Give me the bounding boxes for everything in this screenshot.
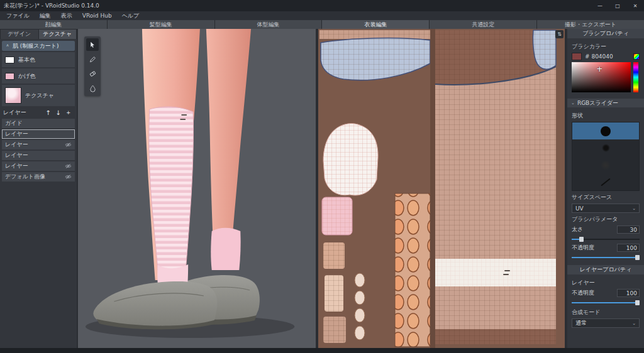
rgb-slider-toggle[interactable]: ⌄ RGBスライダー: [567, 99, 644, 107]
brush-shape-stroke[interactable]: [572, 173, 639, 190]
tab-outfit-edit[interactable]: 衣装編集: [322, 20, 429, 29]
shade-color-swatch[interactable]: [5, 73, 14, 80]
visibility-off-icon[interactable]: [65, 163, 72, 170]
brush-properties-header: ブラシプロパティ: [567, 29, 644, 38]
eyedropper-tool-button[interactable]: [86, 82, 99, 94]
layer-row-selected[interactable]: レイヤー: [2, 129, 75, 139]
collapse-icon: ＾: [5, 43, 10, 50]
layers-header-label: レイヤー: [3, 109, 26, 117]
visibility-off-icon[interactable]: [65, 173, 72, 180]
eraser-icon: [89, 70, 97, 78]
tab-texture[interactable]: テクスチャ: [39, 30, 77, 39]
layer-properties-header: レイヤープロパティ: [567, 265, 644, 274]
layer-row[interactable]: レイヤー: [2, 161, 75, 171]
main-tabbar: 顔編集 髪型編集 体型編集 衣装編集 共通設定 撮影・エクスポート: [0, 20, 644, 29]
tab-common-settings[interactable]: 共通設定: [430, 20, 536, 29]
layer-move-down-button[interactable]: ↓: [54, 109, 62, 116]
size-space-dropdown[interactable]: UV ⌄: [572, 204, 640, 213]
palette-icon[interactable]: [633, 53, 640, 60]
texture-row[interactable]: テクスチャ: [2, 85, 75, 106]
uv-texture-canvas[interactable]: ⇅: [318, 29, 567, 348]
tab-design[interactable]: デザイン: [1, 30, 38, 39]
left-panel: デザイン テクスチャ ＾ 肌 (制服スカート) 基本色 かげ色: [0, 29, 78, 348]
titlebar: 未花(学ラン)* - VRoidStudio 0.14.0 — □ ✕: [0, 0, 644, 11]
chevron-down-icon: ⌄: [571, 100, 575, 106]
tab-body-edit[interactable]: 体型編集: [215, 20, 322, 29]
hue-slider[interactable]: [633, 62, 638, 92]
menu-edit[interactable]: 編集: [35, 11, 56, 20]
eraser-tool-button[interactable]: [86, 67, 99, 80]
hard-circle-icon: [601, 126, 611, 136]
opacity-value-input[interactable]: 100: [617, 244, 640, 252]
tab-hair-edit[interactable]: 髪型編集: [108, 20, 214, 29]
menu-view[interactable]: 表示: [56, 11, 77, 20]
fit-view-button[interactable]: ⇅: [555, 30, 564, 38]
left-panel-body: ＾ 肌 (制服スカート) 基本色 かげ色 テクスチャ レイヤー: [0, 39, 77, 183]
menu-file[interactable]: ファイル: [1, 11, 35, 20]
thickness-value-input[interactable]: 30: [617, 225, 640, 234]
brush-color-row: # 804040: [572, 53, 640, 60]
stroke-line-icon: [601, 178, 610, 186]
layer-label: レイヤー: [5, 151, 28, 160]
layer-label: ガイド: [5, 119, 23, 128]
base-color-row[interactable]: 基本色: [2, 52, 75, 67]
base-color-swatch[interactable]: [5, 57, 14, 63]
menu-vroid-hub[interactable]: VRoid Hub: [77, 11, 117, 20]
uv-map-render: [318, 29, 565, 348]
layer-row-guide[interactable]: ガイド: [2, 119, 75, 128]
brush-shape-airbrush[interactable]: [572, 156, 639, 173]
select-tool-button[interactable]: [86, 38, 99, 51]
layer-label: レイヤー: [5, 141, 28, 149]
droplet-icon: [89, 84, 97, 92]
visibility-off-icon[interactable]: [65, 141, 72, 148]
statusbar: [0, 348, 644, 353]
brush-color-hex: # 804040: [585, 53, 613, 60]
maximize-button[interactable]: □: [609, 0, 626, 11]
brush-tool-button[interactable]: [86, 53, 99, 65]
thickness-slider-group: 太さ 30: [572, 225, 640, 242]
shade-color-row[interactable]: かげ色: [2, 68, 75, 84]
layer-opacity-label: 不透明度: [572, 289, 594, 297]
thickness-slider[interactable]: [572, 236, 640, 242]
brush-shape-section: 形状 サイズスペース UV ⌄ ブラシパラメータ 太さ 30: [567, 107, 644, 265]
tab-face-edit[interactable]: 顔編集: [0, 20, 107, 29]
layer-row[interactable]: レイヤー: [2, 151, 75, 160]
size-space-value: UV: [575, 205, 584, 212]
airbrush-icon: [601, 160, 611, 170]
minimize-button[interactable]: —: [591, 0, 609, 11]
close-button[interactable]: ✕: [626, 0, 644, 11]
layer-opacity-slider-group: 不透明度 100: [572, 289, 640, 306]
layer-label: レイヤー: [5, 130, 28, 138]
viewport-3d[interactable]: [78, 29, 318, 348]
blend-mode-dropdown[interactable]: 通常 ⌄: [572, 318, 640, 328]
layer-opacity-slider[interactable]: [572, 300, 640, 306]
menubar: ファイル 編集 表示 VRoid Hub ヘルプ: [0, 11, 644, 20]
layers-header: レイヤー ↑ ↓ ＋: [2, 107, 75, 117]
layer-opacity-value-input[interactable]: 100: [617, 289, 640, 297]
brush-color-label: ブラシカラー: [572, 43, 640, 51]
soft-circle-icon: [602, 144, 610, 152]
pen-icon: [89, 55, 97, 63]
layer-row[interactable]: レイヤー: [2, 140, 75, 149]
layer-label: デフォルト画像: [5, 173, 45, 181]
texture-thumbnail[interactable]: [5, 87, 21, 104]
brush-color-swatch[interactable]: [572, 53, 582, 60]
brush-shape-soft-circle[interactable]: [572, 139, 639, 156]
thickness-label: 太さ: [572, 225, 583, 234]
section-header-skin[interactable]: ＾ 肌 (制服スカート): [2, 41, 75, 51]
layer-name-label: レイヤー: [572, 279, 640, 287]
picker-crosshair-icon: +: [596, 65, 602, 73]
size-space-label: サイズスペース: [572, 193, 640, 202]
app-window: 未花(学ラン)* - VRoidStudio 0.14.0 — □ ✕ ファイル…: [0, 0, 644, 353]
saturation-value-picker[interactable]: +: [572, 62, 631, 92]
tab-photo-export[interactable]: 撮影・エクスポート: [537, 20, 644, 29]
base-color-label: 基本色: [18, 56, 35, 64]
opacity-slider[interactable]: [572, 254, 640, 261]
layer-row-default-image[interactable]: デフォルト画像: [2, 172, 75, 182]
layer-add-button[interactable]: ＋: [64, 108, 72, 117]
brush-shape-hard-circle[interactable]: [572, 122, 639, 139]
layer-move-up-button[interactable]: ↑: [44, 109, 52, 116]
blend-mode-label: 合成モード: [572, 308, 640, 317]
menu-help[interactable]: ヘルプ: [117, 11, 145, 20]
layer-label: レイヤー: [5, 162, 28, 170]
